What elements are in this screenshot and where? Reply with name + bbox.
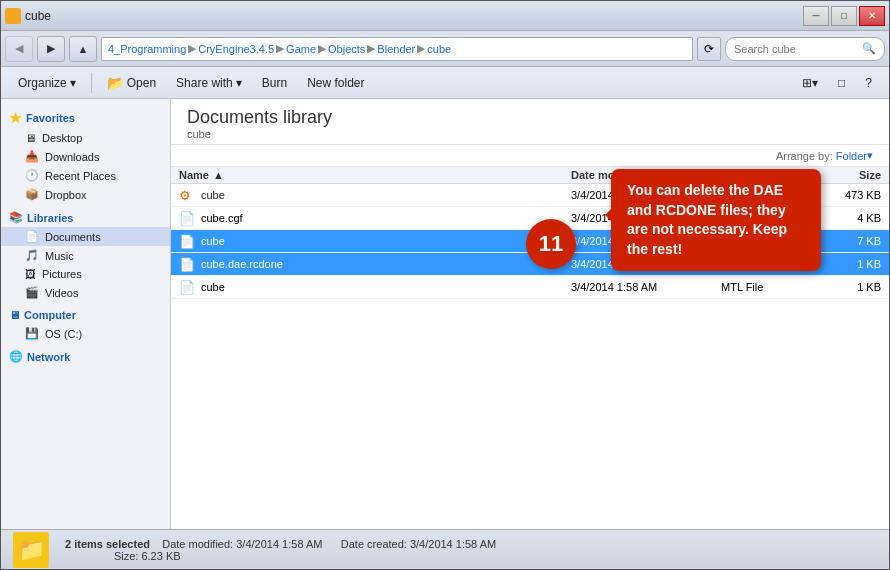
status-folder-icon: 📁 <box>13 532 49 568</box>
arrange-row: Arrange by: Folder ▾ <box>171 145 889 167</box>
dropbox-icon: 📦 <box>25 188 39 201</box>
breadcrumb-item[interactable]: Game <box>286 43 316 55</box>
share-with-dropdown-icon: ▾ <box>236 76 242 90</box>
content-area: Documents library cube Arrange by: Folde… <box>171 99 889 529</box>
favorites-label: Favorites <box>26 112 75 124</box>
breadcrumb-item[interactable]: cube <box>427 43 451 55</box>
sidebar-favorites-header[interactable]: ★ Favorites <box>1 107 170 129</box>
window-controls: ─ □ ✕ <box>803 6 885 26</box>
sidebar-item-documents[interactable]: 📄 Documents <box>1 227 170 246</box>
organize-dropdown-icon: ▾ <box>70 76 76 90</box>
explorer-window: cube ─ □ ✕ ◀ ▶ ▲ 4_Programming ▶ CryEngi… <box>0 0 890 570</box>
downloads-label: Downloads <box>45 151 99 163</box>
column-size[interactable]: Size <box>821 169 881 181</box>
title-bar: cube ─ □ ✕ <box>1 1 889 31</box>
organize-label: Organize <box>18 76 67 90</box>
library-subtitle: cube <box>187 128 873 140</box>
open-label: Open <box>127 76 156 90</box>
size-label: Size: <box>114 550 138 562</box>
toolbar: Organize ▾ 📂 Open Share with ▾ Burn New … <box>1 67 889 99</box>
search-input[interactable] <box>734 43 862 55</box>
sidebar: ★ Favorites 🖥 Desktop 📥 Downloads 🕐 Rece… <box>1 99 171 529</box>
back-button[interactable]: ◀ <box>5 36 33 62</box>
arrange-folder-link[interactable]: Folder <box>836 150 867 162</box>
desktop-label: Desktop <box>42 132 82 144</box>
status-bar: 📁 2 items selected Date modified: 3/4/20… <box>1 529 889 569</box>
maximize-button[interactable]: □ <box>831 6 857 26</box>
breadcrumb-item[interactable]: 4_Programming <box>108 43 186 55</box>
share-with-button[interactable]: Share with ▾ <box>167 72 251 94</box>
desktop-icon: 🖥 <box>25 132 36 144</box>
minimize-button[interactable]: ─ <box>803 6 829 26</box>
dropbox-label: Dropbox <box>45 189 87 201</box>
file-type: MTL File <box>721 281 821 293</box>
preview-pane-button[interactable]: □ <box>829 72 854 94</box>
breadcrumb-item[interactable]: CryEngine3.4.5 <box>198 43 274 55</box>
recent-places-label: Recent Places <box>45 170 116 182</box>
window-icon <box>5 8 21 24</box>
recent-places-icon: 🕐 <box>25 169 39 182</box>
downloads-icon: 📥 <box>25 150 39 163</box>
sidebar-computer-header[interactable]: 🖥 Computer <box>1 306 170 324</box>
column-name[interactable]: Name ▲ <box>179 169 571 181</box>
open-button[interactable]: 📂 Open <box>98 71 165 95</box>
file-name: cube <box>201 235 571 247</box>
col-name-label: Name <box>179 169 209 181</box>
sidebar-item-downloads[interactable]: 📥 Downloads <box>1 147 170 166</box>
sidebar-item-recent-places[interactable]: 🕐 Recent Places <box>1 166 170 185</box>
sidebar-network-header[interactable]: 🌐 Network <box>1 347 170 366</box>
file-icon-cgf: 📄 <box>179 210 197 226</box>
sort-arrow-icon: ▲ <box>213 169 224 181</box>
sidebar-libraries-header[interactable]: 📚 Libraries <box>1 208 170 227</box>
burn-button[interactable]: Burn <box>253 72 296 94</box>
date-modified-label: Date modified: <box>162 538 233 550</box>
breadcrumb-item[interactable]: Objects <box>328 43 365 55</box>
table-row[interactable]: 📄 cube 3/4/2014 1:58 AM MTL File 1 KB <box>171 276 889 299</box>
computer-icon: 🖥 <box>9 309 20 321</box>
file-name: cube.cgf <box>201 212 571 224</box>
music-label: Music <box>45 250 74 262</box>
sidebar-item-music[interactable]: 🎵 Music <box>1 246 170 265</box>
network-label: Network <box>27 351 70 363</box>
arrange-chevron-icon: ▾ <box>867 149 873 162</box>
content-header: Documents library cube <box>171 99 889 145</box>
refresh-button[interactable]: ⟳ <box>697 37 721 61</box>
file-size: 4 KB <box>821 212 881 224</box>
forward-button[interactable]: ▶ <box>37 36 65 62</box>
sidebar-item-dropbox[interactable]: 📦 Dropbox <box>1 185 170 204</box>
help-button[interactable]: ? <box>856 72 881 94</box>
file-icon-mtl: 📄 <box>179 279 197 295</box>
burn-label: Burn <box>262 76 287 90</box>
new-folder-button[interactable]: New folder <box>298 72 373 94</box>
organize-button[interactable]: Organize ▾ <box>9 72 85 94</box>
file-date: 3/4/2014 1:58 AM <box>571 281 721 293</box>
sidebar-section-network: 🌐 Network <box>1 347 170 366</box>
title-bar-left: cube <box>5 8 51 24</box>
file-size: 1 KB <box>821 258 881 270</box>
star-icon: ★ <box>9 110 22 126</box>
documents-label: Documents <box>45 231 101 243</box>
breadcrumb[interactable]: 4_Programming ▶ CryEngine3.4.5 ▶ Game ▶ … <box>101 37 693 61</box>
size-value: 6.23 KB <box>141 550 180 562</box>
address-bar: ◀ ▶ ▲ 4_Programming ▶ CryEngine3.4.5 ▶ G… <box>1 31 889 67</box>
file-name: cube <box>201 189 571 201</box>
up-button[interactable]: ▲ <box>69 36 97 62</box>
close-button[interactable]: ✕ <box>859 6 885 26</box>
search-box[interactable]: 🔍 <box>725 37 885 61</box>
sidebar-item-pictures[interactable]: 🖼 Pictures <box>1 265 170 283</box>
step-badge: 11 <box>526 219 576 269</box>
sidebar-section-libraries: 📚 Libraries 📄 Documents 🎵 Music 🖼 Pictur… <box>1 208 170 302</box>
music-icon: 🎵 <box>25 249 39 262</box>
breadcrumb-item[interactable]: Blender <box>377 43 415 55</box>
window-title: cube <box>25 9 51 23</box>
videos-icon: 🎬 <box>25 286 39 299</box>
sidebar-item-videos[interactable]: 🎬 Videos <box>1 283 170 302</box>
pictures-icon: 🖼 <box>25 268 36 280</box>
share-with-label: Share with <box>176 76 233 90</box>
view-buttons: ⊞▾ □ ? <box>793 72 881 94</box>
sidebar-item-desktop[interactable]: 🖥 Desktop <box>1 129 170 147</box>
view-toggle-button[interactable]: ⊞▾ <box>793 72 827 94</box>
file-size: 7 KB <box>821 235 881 247</box>
sidebar-section-favorites: ★ Favorites 🖥 Desktop 📥 Downloads 🕐 Rece… <box>1 107 170 204</box>
sidebar-item-os-c[interactable]: 💾 OS (C:) <box>1 324 170 343</box>
